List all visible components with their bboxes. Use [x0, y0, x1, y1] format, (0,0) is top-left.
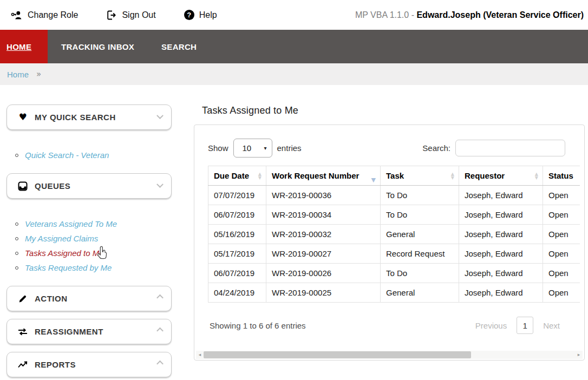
table-row: 06/07/2019 WR-2019-00034 To Do Joseph, E… [208, 205, 580, 225]
task-cell: General [381, 283, 459, 303]
bullet-icon [15, 154, 18, 157]
sidebar-link-quick-search-veteran[interactable]: Quick Search - Veteran [25, 150, 109, 160]
scroll-left-arrow-icon[interactable]: ◂ [196, 351, 204, 359]
status-cell: Open [543, 225, 580, 244]
tasks-table: Due Date Work Request Number Task [208, 166, 580, 303]
bullet-icon [15, 237, 18, 240]
work-request-number-cell: WR-2019-00032 [266, 225, 381, 244]
list-item: Quick Search - Veteran [6, 148, 172, 162]
panel-queues[interactable]: QUEUES [6, 173, 172, 199]
tab-home[interactable]: HOME [0, 30, 48, 63]
column-header-status[interactable]: Status [543, 166, 580, 186]
sidebar-link-my-assigned-claims[interactable]: My Assigned Claims [25, 234, 98, 243]
chevron-up-icon [156, 361, 164, 368]
requestor-cell: Joseph, Edward [459, 283, 543, 303]
chevron-down-icon [156, 181, 164, 188]
panel-title: REPORTS [35, 360, 76, 369]
status-cell: Open [543, 186, 580, 205]
work-request-number-cell: WR-2019-00026 [266, 264, 381, 283]
sort-icon [258, 172, 262, 180]
breadcrumb-home-link[interactable]: Home [7, 70, 29, 79]
entries-summary: Showing 1 to 6 of 6 entries [210, 321, 306, 330]
task-cell: To Do [381, 186, 459, 205]
search-input[interactable] [455, 140, 565, 156]
table-row: 05/16/2019 WR-2019-00032 General Joseph,… [208, 225, 580, 244]
task-cell: To Do [381, 264, 459, 283]
column-header-task[interactable]: Task [381, 166, 459, 186]
list-item: My Assigned Claims [6, 231, 172, 246]
list-item: Tasks Assigned to Me [6, 246, 172, 260]
topbar: Change Role Sign Out ? Help MP VBA 1.1.0… [0, 0, 588, 30]
page-size-value: 10 [243, 143, 252, 153]
column-header-work-request-number[interactable]: Work Request Number [266, 166, 381, 186]
column-header-requestor[interactable]: Requestor [459, 166, 543, 186]
status-cell: Open [543, 264, 580, 283]
tab-search[interactable]: SEARCH [161, 30, 197, 63]
previous-page-button[interactable]: Previous [475, 321, 507, 330]
table-header-row: Due Date Work Request Number Task [208, 166, 580, 186]
task-cell: General [381, 225, 459, 244]
scrollbar-track[interactable] [204, 351, 575, 359]
sign-out-button[interactable]: Sign Out [106, 10, 155, 21]
table-row: 06/07/2019 WR-2019-00026 To Do Joseph, E… [208, 264, 580, 283]
app-version: MP VBA 1.1.0 - [355, 10, 417, 19]
breadcrumb-separator: » [36, 69, 41, 79]
trend-up-icon [17, 361, 29, 369]
list-item: Veterans Assigned To Me [6, 217, 172, 231]
change-role-button[interactable]: Change Role [11, 10, 78, 21]
work-request-number-cell: WR-2019-00027 [266, 244, 381, 264]
logged-in-user: Edward.Joseph (Veteran Service Officer) [416, 10, 584, 19]
help-button[interactable]: ? Help [184, 10, 217, 20]
panel-reports[interactable]: REPORTS [6, 352, 172, 377]
table-row: 04/24/2019 WR-2019-00025 General Joseph,… [208, 283, 580, 303]
requestor-cell: Joseph, Edward [459, 186, 543, 205]
due-date-cell: 05/17/2019 [208, 244, 266, 264]
bullet-icon [15, 266, 18, 270]
requestor-cell: Joseph, Edward [459, 205, 543, 225]
panel-reassignment[interactable]: REASSIGNMENT [6, 319, 172, 344]
sidebar-link-veterans-assigned-to-me[interactable]: Veterans Assigned To Me [25, 219, 117, 228]
scroll-right-arrow-icon[interactable]: ▸ [575, 351, 583, 359]
next-page-button[interactable]: Next [543, 321, 560, 330]
table-row: 05/17/2019 WR-2019-00027 Record Request … [208, 244, 580, 264]
scrollbar-thumb[interactable] [204, 351, 471, 358]
sidebar-link-tasks-requested-by-me[interactable]: Tasks Requested by Me [25, 263, 112, 272]
sort-icon [535, 172, 538, 180]
panel-action[interactable]: ACTION [6, 286, 172, 311]
queue-icon [17, 181, 29, 191]
due-date-cell: 04/24/2019 [208, 283, 266, 303]
current-page-button[interactable]: 1 [517, 317, 533, 334]
sidebar-link-tasks-assigned-to-me[interactable]: Tasks Assigned to Me [25, 248, 104, 258]
queues-links: Veterans Assigned To Me My Assigned Clai… [6, 217, 172, 275]
entries-label: entries [277, 143, 302, 153]
due-date-cell: 06/07/2019 [208, 264, 266, 283]
requestor-cell: Joseph, Edward [459, 264, 543, 283]
help-icon: ? [184, 10, 194, 20]
sign-out-label: Sign Out [122, 10, 155, 20]
chevron-up-icon [156, 327, 164, 335]
app-title: MP VBA 1.1.0 - Edward.Joseph (Veteran Se… [355, 10, 584, 20]
list-item: Tasks Requested by Me [6, 260, 172, 275]
quick-search-links: Quick Search - Veteran [6, 148, 172, 162]
swap-arrows-icon [17, 327, 29, 336]
sidebar: ♥ MY QUICK SEARCH Quick Search - Veteran… [6, 85, 172, 377]
status-cell: Open [543, 205, 580, 225]
breadcrumb: Home » [0, 63, 588, 85]
help-label: Help [199, 10, 217, 20]
due-date-cell: 07/07/2019 [208, 186, 266, 205]
work-request-number-cell: WR-2019-00034 [266, 205, 381, 225]
page-title: Tasks Assigned to Me [202, 104, 585, 116]
horizontal-scrollbar: ◂ ▸ [196, 351, 583, 359]
main-nav: HOME TRACKING INBOX SEARCH [0, 30, 588, 63]
change-role-icon [11, 10, 23, 21]
chevron-up-icon [156, 294, 164, 302]
status-cell: Open [543, 244, 580, 264]
column-header-due-date[interactable]: Due Date [208, 166, 266, 186]
page-size-select[interactable]: 10 ▾ [233, 139, 272, 158]
panel-my-quick-search[interactable]: ♥ MY QUICK SEARCH [6, 104, 172, 130]
main-content: Tasks Assigned to Me Show 10 ▾ entries S… [194, 85, 585, 361]
search-label: Search: [422, 143, 450, 153]
task-cell: Record Request [381, 244, 459, 264]
tab-tracking-inbox[interactable]: TRACKING INBOX [61, 30, 134, 63]
work-request-number-cell: WR-2019-00025 [266, 283, 381, 303]
